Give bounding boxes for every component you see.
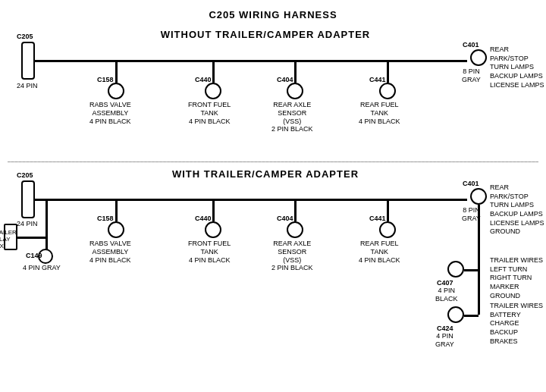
c440-label-s2: C440	[195, 215, 212, 223]
c440-desc-s2: FRONT FUELTANK4 PIN BLACK	[188, 240, 231, 264]
c424-pin: 4 PINGRAY	[435, 332, 454, 349]
diagram-area: C205 WIRING HARNESS WITHOUT TRAILER/CAMP…	[0, 0, 546, 379]
c404-label-s2: C404	[277, 215, 293, 223]
c441-label-s1: C441	[369, 76, 386, 84]
c401-circle-s1	[470, 49, 487, 66]
c149-label: C149	[26, 252, 42, 260]
c440-label-s1: C440	[195, 76, 212, 84]
relay-box-label: TRAILERRELAYBOX	[0, 229, 5, 250]
section1-label: WITHOUT TRAILER/CAMPER ADAPTER	[61, 29, 470, 40]
c441-line-s2	[387, 199, 389, 221]
c205-label-s2: C205	[17, 171, 33, 180]
c158-line-s1	[115, 60, 118, 83]
c407-circle	[447, 261, 464, 278]
c404-desc-s1: REAR AXLESENSOR(VSS)2 PIN BLACK	[271, 101, 313, 133]
c424-desc: TRAILER WIRESBATTERY CHARGEBACKUPBRAKES	[490, 302, 546, 346]
c407-line-h	[464, 269, 479, 271]
c205-label-s1: C205	[17, 33, 33, 41]
main-line-s1	[35, 60, 467, 62]
c401-desc-s1: REAR PARK/STOPTURN LAMPSBACKUP LAMPSLICE…	[490, 45, 546, 89]
c205-pin-s1: 24 PIN	[17, 82, 38, 90]
c401-label-s2: C401	[463, 180, 479, 188]
c440-desc-s1: FRONT FUELTANK4 PIN BLACK	[188, 101, 231, 125]
c401-desc-s2: REAR PARK/STOPTURN LAMPSBACKUP LAMPSLICE…	[490, 183, 546, 237]
c404-line-s2	[294, 199, 297, 221]
c424-line-h	[464, 315, 479, 317]
c441-label-s2: C441	[369, 215, 386, 223]
c205-pin-s2: 24 PIN	[17, 220, 38, 228]
c424-circle	[447, 306, 464, 323]
c158-circle-s1	[108, 83, 124, 99]
section-divider	[8, 162, 538, 162]
c404-line-s1	[294, 60, 297, 83]
c404-label-s1: C404	[277, 76, 293, 84]
page-title: C205 WIRING HARNESS	[0, 3, 546, 24]
c404-circle-s1	[287, 83, 303, 99]
right-branch-v	[478, 205, 480, 315]
c149-line-v	[46, 237, 48, 249]
c440-line-s1	[212, 60, 215, 83]
c441-circle-s2	[379, 221, 396, 238]
c440-circle-s2	[205, 221, 221, 238]
c441-desc-s2: REAR FUELTANK4 PIN BLACK	[359, 240, 400, 264]
c404-circle-s2	[287, 221, 303, 238]
c158-circle-s2	[108, 221, 124, 238]
c440-line-s2	[212, 199, 215, 221]
c440-circle-s1	[205, 83, 221, 99]
c441-desc-s1: REAR FUELTANK4 PIN BLACK	[359, 101, 400, 125]
relay-line-v	[46, 199, 48, 237]
c158-label-s1: C158	[97, 76, 114, 84]
c441-line-s1	[387, 60, 389, 83]
c149-pin: 4 PIN GRAY	[23, 264, 61, 272]
c158-desc-s2: RABS VALVEASSEMBLY4 PIN BLACK	[89, 240, 131, 264]
c205-rect-s1	[21, 42, 35, 80]
c441-circle-s1	[379, 83, 396, 99]
c401-pin-s1: 8 PINGRAY	[462, 67, 481, 84]
c401-circle-s2	[470, 188, 487, 205]
c407-desc: TRAILER WIRESLEFT TURNRIGHT TURNMARKERGR…	[490, 256, 543, 300]
relay-line-h	[15, 237, 47, 239]
main-line-s2	[35, 199, 467, 201]
c158-line-s2	[115, 199, 118, 221]
c404-desc-s2: REAR AXLESENSOR(VSS)2 PIN BLACK	[271, 240, 313, 272]
c205-rect-s2	[21, 180, 35, 218]
c158-desc-s1: RABS VALVEASSEMBLY4 PIN BLACK	[89, 101, 131, 125]
c407-pin: 4 PINBLACK	[435, 287, 458, 303]
c401-label-s1: C401	[463, 41, 479, 49]
section2-label: WITH TRAILER/CAMPER ADAPTER	[61, 168, 470, 180]
c158-label-s2: C158	[97, 215, 114, 223]
